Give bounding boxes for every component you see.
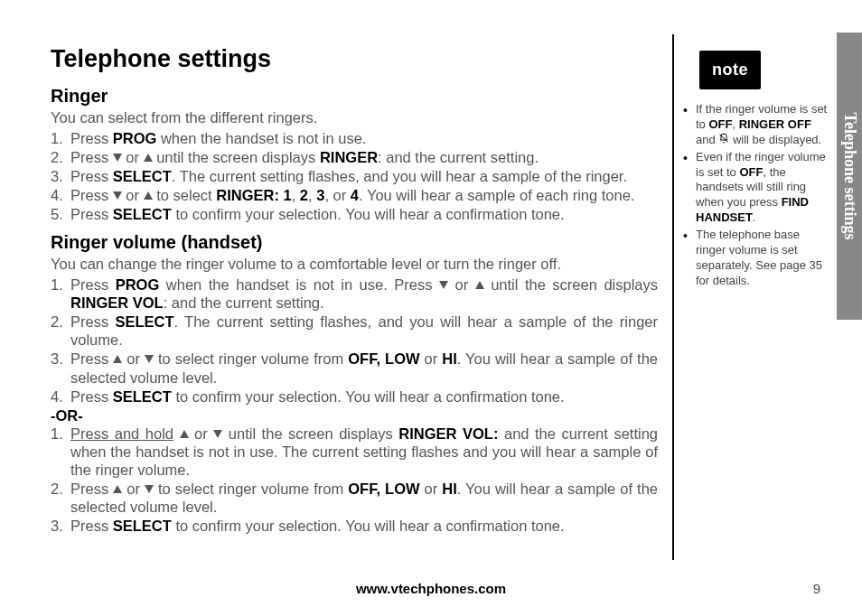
page-title: Telephone settings	[51, 45, 658, 73]
page-number: 9	[813, 581, 820, 596]
note-item: If the ringer volume is set to OFF, RING…	[683, 102, 829, 148]
footer-url: www.vtechphones.com	[0, 581, 862, 596]
arrow-up-icon	[113, 355, 122, 363]
arrow-up-icon	[113, 485, 122, 493]
arrow-up-icon	[144, 191, 153, 200]
steps-ringer: Press PROG when the handset is not in us…	[51, 129, 658, 224]
section-intro-ringer-volume: You can change the ringer volume to a co…	[51, 255, 658, 274]
arrow-down-icon	[213, 430, 222, 438]
note-list: If the ringer volume is set to OFF, RING…	[683, 102, 829, 289]
step: Press SELECT to confirm your selection. …	[51, 387, 658, 406]
note-item: The telephone base ringer volume is set …	[683, 228, 829, 289]
section-tab: Telephone settings	[837, 33, 862, 320]
arrow-down-icon	[439, 281, 448, 289]
steps-ringer-volume-b: Press and hold or until the screen displ…	[51, 425, 658, 536]
vertical-divider	[672, 34, 674, 560]
step: Press or to select ringer volume from OF…	[51, 350, 658, 386]
arrow-up-icon	[475, 281, 484, 289]
step: Press PROG when the handset is not in us…	[51, 129, 658, 147]
note-sidebar: note If the ringer volume is set to OFF,…	[683, 51, 829, 291]
main-content: Telephone settings Ringer You can select…	[51, 45, 658, 536]
step: Press or to select ringer volume from OF…	[51, 480, 658, 516]
step: Press or until the screen displays RINGE…	[51, 148, 658, 166]
section-tab-label: Telephone settings	[840, 113, 859, 240]
section-heading-ringer: Ringer	[51, 86, 658, 107]
step: Press SELECT to confirm your selection. …	[51, 205, 658, 223]
arrow-up-icon	[144, 154, 153, 162]
note-badge: note	[699, 51, 761, 89]
section-intro-ringer: You can select from the different ringer…	[51, 108, 658, 127]
section-heading-ringer-volume: Ringer volume (handset)	[51, 232, 658, 253]
step: Press SELECT to confirm your selection. …	[51, 517, 658, 535]
arrow-down-icon	[113, 191, 122, 200]
arrow-down-icon	[145, 355, 154, 363]
step: Press or to select RINGER: 1, 2, 3, or 4…	[51, 186, 658, 204]
note-item: Even if the ringer volume is set to OFF,…	[683, 150, 829, 226]
arrow-down-icon	[113, 154, 122, 162]
arrow-down-icon	[145, 485, 154, 493]
arrow-up-icon	[180, 430, 189, 438]
steps-ringer-volume-a: Press PROG when the handset is not in us…	[51, 275, 658, 406]
page: Telephone settings Ringer You can select…	[0, 0, 862, 616]
bell-icon	[718, 133, 729, 148]
or-divider: -OR-	[51, 407, 658, 425]
step: Press and hold or until the screen displ…	[51, 425, 658, 479]
step: Press SELECT. The current setting flashe…	[51, 167, 658, 185]
step: Press SELECT. The current setting flashe…	[51, 313, 658, 349]
step: Press PROG when the handset is not in us…	[51, 275, 658, 312]
